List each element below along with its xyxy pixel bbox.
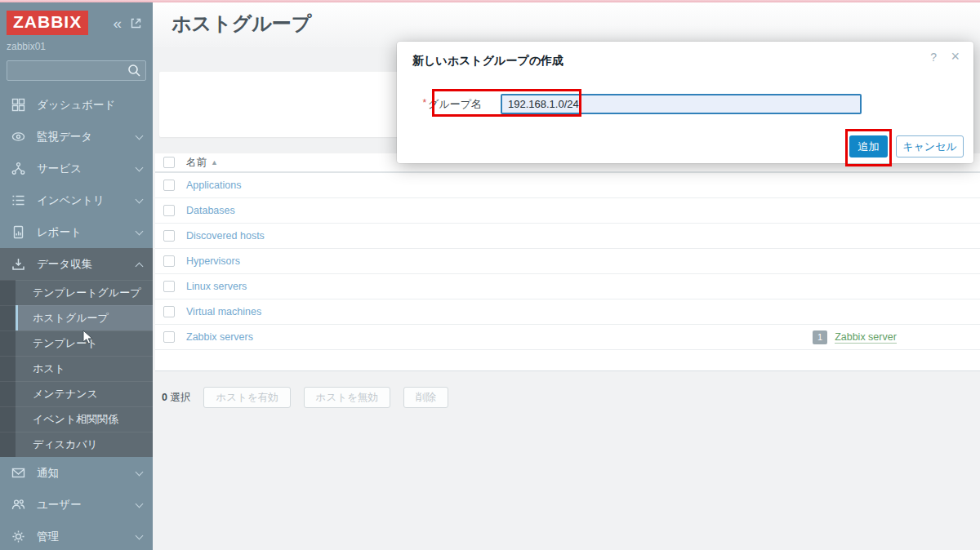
sidebar-item-label: ダッシュボード [37, 98, 115, 113]
sidebar-item-template-groups[interactable]: テンプレートグループ [0, 280, 153, 305]
list-icon [11, 193, 37, 207]
required-mark: * [422, 97, 426, 109]
table-row: Applications [155, 173, 980, 198]
sidebar-item-maintenance[interactable]: メンテナンス [0, 381, 153, 406]
sidebar-item-label: データ収集 [37, 257, 92, 272]
sidebar-item-hosts[interactable]: ホスト [0, 356, 153, 381]
row-checkbox[interactable] [163, 281, 175, 292]
eye-icon [11, 130, 37, 144]
sidebar-item-inventory[interactable]: インベントリ [0, 184, 153, 216]
sort-ascending-icon: ▲ [211, 158, 218, 166]
search-icon[interactable] [127, 64, 141, 81]
search-input[interactable] [7, 60, 146, 81]
selected-count-label: 選択 [170, 392, 190, 403]
table-row: Discovered hosts [155, 224, 980, 249]
select-all-checkbox[interactable] [163, 157, 175, 168]
row-checkbox[interactable] [163, 230, 175, 242]
sidebar-menu: ダッシュボード 監視データ サービス [0, 89, 153, 550]
row-checkbox[interactable] [163, 205, 175, 216]
host-info-cell: 1 Zabbix server [813, 325, 897, 350]
gear-icon [11, 530, 37, 543]
table-row: Hypervisors [155, 249, 980, 274]
dialog-title: 新しいホストグループの作成 [412, 54, 564, 69]
table-row: Virtual machines [155, 299, 980, 325]
screenshot-top-border [0, 0, 980, 2]
services-icon [11, 162, 37, 175]
chevron-down-icon [136, 531, 144, 539]
sidebar-item-host-groups[interactable]: ホストグループ [0, 305, 153, 330]
table-row: Zabbix servers 1 Zabbix server [155, 325, 980, 350]
table-row: Linux servers [155, 274, 980, 299]
host-group-link[interactable]: Zabbix servers [186, 331, 253, 343]
sidebar-item-label: レポート [37, 225, 82, 240]
sidebar-item-templates[interactable]: テンプレート [0, 330, 153, 356]
submenu-item-label: イベント相関関係 [33, 412, 118, 427]
row-checkbox[interactable] [163, 255, 175, 267]
help-icon[interactable]: ? [930, 51, 937, 64]
submenu-item-label: メンテナンス [33, 387, 98, 401]
mouse-cursor [82, 330, 97, 344]
sidebar-item-administration[interactable]: 管理 [0, 521, 153, 550]
sidebar: ZABBIX « zabbix01 ダッシュボード [0, 0, 153, 550]
sidebar-item-label: 管理 [37, 530, 59, 544]
sidebar-item-label: サービス [37, 162, 82, 176]
users-icon [11, 498, 37, 512]
host-group-link[interactable]: Linux servers [186, 281, 247, 292]
sidebar-search [7, 60, 146, 81]
sidebar-item-label: 監視データ [37, 130, 92, 144]
sidebar-item-monitoring[interactable]: 監視データ [0, 121, 153, 153]
chevron-down-icon [136, 468, 144, 476]
host-groups-table: 名前 ▲ Applications Databases Discovered h… [155, 153, 980, 371]
expand-sidebar-icon[interactable] [129, 16, 143, 30]
chevron-down-icon [136, 499, 144, 508]
collapse-sidebar-icon[interactable]: « [113, 16, 122, 31]
host-link[interactable]: Zabbix server [835, 331, 897, 344]
host-group-link[interactable]: Databases [186, 205, 235, 216]
chevron-down-icon [136, 163, 144, 171]
sidebar-item-services[interactable]: サービス [0, 153, 153, 184]
selected-count: 0 選択 [162, 391, 190, 405]
submenu-item-label: ディスカバリ [33, 437, 98, 452]
annotation-box-group-name [432, 89, 581, 117]
submenu-item-label: ホスト [33, 361, 65, 376]
annotation-box-add-button [845, 129, 892, 166]
envelope-icon [11, 466, 37, 480]
report-icon [11, 225, 37, 239]
sidebar-item-event-correlation[interactable]: イベント相関関係 [0, 406, 153, 432]
server-name: zabbix01 [0, 35, 153, 52]
selection-footer: 0 選択 ホストを有効 ホストを無効 削除 [162, 387, 448, 408]
close-icon[interactable]: × [951, 48, 960, 65]
row-checkbox[interactable] [163, 180, 175, 191]
sidebar-item-label: インベントリ [37, 193, 105, 208]
host-group-link[interactable]: Hypervisors [186, 255, 240, 267]
sidebar-item-label: 通知 [37, 466, 59, 481]
sidebar-item-dashboard[interactable]: ダッシュボード [0, 89, 153, 121]
host-group-link[interactable]: Applications [186, 180, 241, 191]
host-group-link[interactable]: Virtual machines [186, 306, 261, 317]
host-count-badge: 1 [813, 330, 827, 344]
column-header-name[interactable]: 名前 [186, 156, 207, 170]
sidebar-item-discovery[interactable]: ディスカバリ [0, 432, 153, 457]
chevron-down-icon [136, 227, 144, 235]
chevron-up-icon [136, 262, 144, 270]
sidebar-item-reports[interactable]: レポート [0, 216, 153, 248]
sidebar-item-data-collection[interactable]: データ収集 [0, 248, 153, 280]
sidebar-item-label: ユーザー [37, 498, 82, 512]
zabbix-logo[interactable]: ZABBIX [7, 11, 88, 35]
cancel-button[interactable]: キャンセル [896, 135, 964, 157]
submenu-item-label: ホストグループ [33, 311, 109, 326]
chevron-down-icon [136, 131, 144, 140]
dashboard-icon [11, 98, 37, 112]
enable-hosts-button[interactable]: ホストを有効 [203, 387, 290, 408]
sidebar-item-users[interactable]: ユーザー [0, 489, 153, 521]
download-icon [11, 257, 37, 271]
delete-button[interactable]: 削除 [403, 387, 448, 408]
sidebar-item-notifications[interactable]: 通知 [0, 457, 153, 489]
row-checkbox[interactable] [163, 331, 175, 343]
host-group-link[interactable]: Discovered hosts [186, 230, 265, 242]
selected-count-number: 0 [162, 392, 167, 403]
data-collection-submenu: テンプレートグループ ホストグループ テンプレート ホスト メンテナンス イベン… [0, 280, 153, 457]
chevron-down-icon [136, 195, 144, 203]
row-checkbox[interactable] [163, 306, 175, 317]
disable-hosts-button[interactable]: ホストを無効 [304, 387, 390, 408]
